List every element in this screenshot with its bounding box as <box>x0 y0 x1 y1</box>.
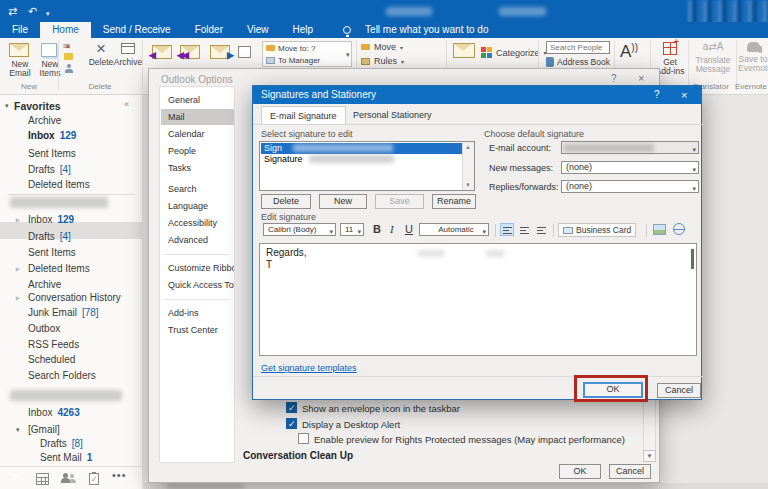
options-nav-general[interactable]: General <box>161 92 234 108</box>
tab-send-receive[interactable]: Send / Receive <box>91 22 183 38</box>
folder-gmail-drafts[interactable]: Drafts[8] <box>40 436 83 451</box>
folder-junk-email[interactable]: Junk Email[78] <box>28 305 99 320</box>
options-nav-people[interactable]: People <box>161 143 234 159</box>
rename-signature-button[interactable]: Rename <box>432 194 476 209</box>
translate-message-button[interactable]: a⇄A TranslateMessage <box>692 40 734 74</box>
options-cancel-button[interactable]: Cancel <box>609 464 651 479</box>
folder-drafts[interactable]: Drafts[4] <box>28 162 71 177</box>
edit-area-scrollbar[interactable] <box>691 249 694 269</box>
options-nav-mail[interactable]: Mail <box>161 109 234 125</box>
collapse-icon[interactable]: ▾ <box>16 426 26 434</box>
undo-icon[interactable]: ↶ <box>28 3 37 19</box>
folder-sent-items[interactable]: Sent Items <box>28 146 76 161</box>
people-nav-icon[interactable] <box>62 473 76 484</box>
quick-steps-more-button[interactable]: ▾ <box>346 51 350 59</box>
options-nav-quick-access-toolbar[interactable]: Quick Access Toolbar <box>161 277 234 293</box>
tab-email-signature[interactable]: E-mail Signature <box>261 106 346 124</box>
folder-archive[interactable]: Archive <box>28 113 61 128</box>
cleanup-button[interactable] <box>64 53 73 60</box>
list-scrollbar[interactable]: ▲ ▼ <box>462 142 474 190</box>
desktop-alert-checkbox[interactable] <box>286 418 297 429</box>
options-ok-button[interactable]: OK <box>559 464 601 479</box>
tasks-nav-icon[interactable]: ✓ <box>89 473 99 485</box>
folder-inbox[interactable]: Inbox129 <box>28 212 74 227</box>
reply-button[interactable]: ◀ <box>152 45 172 59</box>
new-signature-button[interactable]: New <box>319 194 367 209</box>
envelope-taskbar-checkbox[interactable] <box>286 402 297 413</box>
tab-help[interactable]: Help <box>281 22 326 38</box>
folder-gmail-root[interactable]: [Gmail] <box>28 422 60 437</box>
categorize-button[interactable]: Categorize ▾ <box>481 47 547 58</box>
tab-personal-stationery[interactable]: Personal Stationery <box>345 106 440 124</box>
business-card-button[interactable]: Business Card <box>558 223 636 237</box>
send-receive-qat-icon[interactable]: ⇄ <box>8 3 17 19</box>
folder-sent-items[interactable]: Sent Items <box>28 245 76 260</box>
align-right-icon[interactable] <box>534 223 548 236</box>
minimize-folder-pane-icon[interactable]: « <box>124 99 129 109</box>
tell-me-box[interactable]: Tell me what you want to do <box>365 22 488 38</box>
options-nav-customize-ribbon[interactable]: Customize Ribbon <box>161 260 234 276</box>
rights-protected-checkbox[interactable] <box>298 433 309 444</box>
signatures-dialog-titlebar[interactable]: Signatures and Stationery ? × <box>253 86 701 104</box>
address-book-button[interactable]: Address Book <box>546 57 610 67</box>
search-people-input[interactable] <box>546 41 610 54</box>
options-nav-calendar[interactable]: Calendar <box>161 126 234 142</box>
move-button[interactable]: Move ▾ <box>361 42 403 52</box>
folder-conversation-history[interactable]: Conversation History <box>28 290 121 305</box>
help-icon[interactable]: ? <box>654 86 660 104</box>
font-color-dropdown[interactable]: Automatic <box>419 223 489 236</box>
quick-step-move-to[interactable]: Move to: ? <box>263 42 351 54</box>
tab-folder[interactable]: Folder <box>183 22 235 38</box>
unread-read-button[interactable] <box>453 43 475 58</box>
scroll-down-icon[interactable]: ▼ <box>465 182 471 188</box>
close-icon[interactable]: × <box>638 72 644 84</box>
options-nav-advanced[interactable]: Advanced <box>161 232 234 248</box>
signature-templates-link[interactable]: Get signature templates <box>261 363 357 373</box>
help-icon[interactable]: ? <box>611 73 617 84</box>
options-nav-accessibility[interactable]: Accessibility <box>161 215 234 231</box>
align-left-icon[interactable] <box>500 223 514 236</box>
options-nav-language[interactable]: Language <box>161 198 234 214</box>
tab-home[interactable]: Home <box>40 22 91 38</box>
folder-deleted-items[interactable]: Deleted Items <box>28 261 90 276</box>
signature-list-item[interactable]: Signature <box>261 154 462 165</box>
underline-button[interactable]: U <box>405 223 413 235</box>
read-aloud-button[interactable]: A)) <box>620 42 638 62</box>
forward-button[interactable]: ▶ <box>210 45 230 59</box>
folder-inbox-favorite[interactable]: Inbox129 <box>28 128 76 143</box>
signatures-cancel-button[interactable]: Cancel <box>657 383 701 398</box>
quick-step-to-manager[interactable]: To Manager <box>263 54 351 66</box>
calendar-nav-icon[interactable] <box>36 473 49 485</box>
new-items-button[interactable]: New Items <box>36 43 64 78</box>
save-signature-button[interactable]: Save <box>375 194 424 209</box>
expand-icon[interactable]: ▹ <box>16 216 26 224</box>
folder-search-folders[interactable]: Search Folders <box>28 368 96 383</box>
options-nav-trust-center[interactable]: Trust Center <box>161 322 234 338</box>
meeting-icon[interactable] <box>238 46 251 58</box>
new-messages-dropdown[interactable]: (none) <box>561 161 699 174</box>
new-email-button[interactable]: New Email <box>6 43 34 78</box>
insert-picture-icon[interactable] <box>653 224 666 235</box>
font-name-dropdown[interactable]: Calibri (Body) <box>263 223 336 236</box>
scroll-down-icon[interactable]: ▼ <box>643 450 656 462</box>
signature-list-item-selected[interactable]: Sign <box>261 143 462 154</box>
email-account-dropdown[interactable] <box>561 141 699 154</box>
expand-icon[interactable]: ▹ <box>16 265 26 273</box>
tab-file[interactable]: File <box>0 22 40 38</box>
align-center-icon[interactable] <box>517 223 531 236</box>
close-icon[interactable]: × <box>681 86 687 104</box>
rules-button[interactable]: Rules ▾ <box>361 56 404 66</box>
save-to-evernote-button[interactable]: Save toEvernote <box>738 40 768 73</box>
folder-drafts[interactable]: Drafts[4] <box>28 229 71 244</box>
ignore-button[interactable]: ✉× <box>63 42 70 51</box>
favorites-header[interactable]: Favorites <box>14 99 61 114</box>
italic-button[interactable]: I <box>390 223 394 235</box>
reply-all-button[interactable]: ◀◀ <box>180 45 200 59</box>
archive-button[interactable]: Archive <box>112 43 144 67</box>
folder-rss-feeds[interactable]: RSS Feeds <box>28 337 79 352</box>
replies-forwards-dropdown[interactable]: (none) <box>561 180 699 193</box>
junk-button[interactable] <box>64 64 73 73</box>
customize-qat-icon[interactable]: ▾ <box>46 6 50 22</box>
font-size-dropdown[interactable]: 11 <box>340 223 364 236</box>
folder-inbox-gmail[interactable]: Inbox4263 <box>28 405 80 420</box>
